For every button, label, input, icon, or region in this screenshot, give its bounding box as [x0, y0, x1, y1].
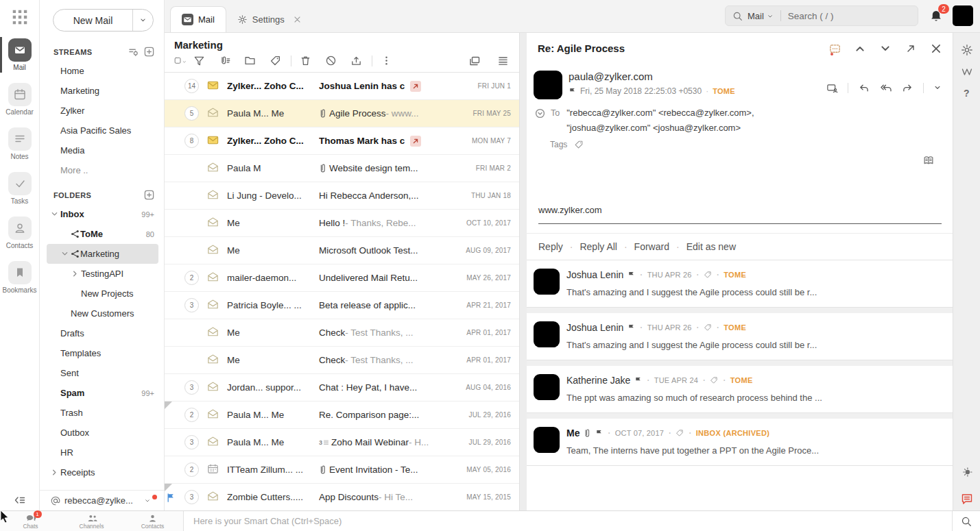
folder-item-receipts[interactable]: Receipts [47, 462, 158, 482]
mail-list-row[interactable]: Paula M Website design tem... FRI MAR 2 [165, 155, 519, 182]
folder-item-hr[interactable]: HR [47, 443, 158, 462]
folder-chevron-icon[interactable] [51, 330, 60, 337]
help-icon[interactable]: ? [964, 88, 976, 100]
new-mail-button[interactable]: New Mail [53, 9, 154, 32]
folder-item-inbox[interactable]: Inbox 99+ [47, 204, 158, 224]
nav-item-mail[interactable]: Mail [0, 38, 39, 71]
folder-item-outbox[interactable]: Outbox [47, 423, 158, 443]
zia-assistant-icon[interactable] [961, 66, 973, 78]
tab-mail[interactable]: Mail [170, 6, 226, 32]
list-density-icon[interactable] [497, 55, 510, 67]
app-launcher-icon[interactable] [11, 8, 29, 26]
mail-list-row[interactable]: Li Jung - Develo... Hi Rebecca Anderson,… [165, 182, 519, 210]
mail-list-row[interactable]: 3 Jordan... suppor... Chat : Hey Pat, I … [165, 374, 519, 402]
action-reply[interactable]: Reply [538, 241, 563, 252]
thread-item[interactable]: Joshua Lenin · THU APR 26 · · TOME That'… [527, 313, 953, 360]
settings-gear-icon[interactable] [961, 44, 973, 56]
mail-list-row[interactable]: 14 Zylker... Zoho C... Joshua Lenin has … [165, 73, 519, 100]
folder-item-tome[interactable]: ToMe 80 [47, 224, 158, 244]
folder-label[interactable]: TOME [713, 87, 735, 95]
folder-chevron-icon[interactable] [61, 310, 71, 317]
stream-item-more[interactable]: More .. [40, 160, 164, 180]
nav-item-tasks[interactable]: Tasks [0, 172, 39, 205]
mail-list-row[interactable]: Me Check - Test Thanks, ... APR 01, 2017 [165, 347, 519, 374]
folder-item-new-projects[interactable]: New Projects [47, 284, 158, 304]
thread-item[interactable]: Joshua Lenin · THU APR 26 · · TOME That'… [527, 260, 953, 308]
folder-chevron-icon[interactable] [71, 291, 81, 297]
search-input[interactable]: Mail Search ( / ) [725, 5, 918, 26]
folder-chevron-icon[interactable] [51, 430, 60, 436]
mail-list-row[interactable]: Me Microsoft Outlook Test... AUG 09, 201… [165, 237, 519, 264]
mail-list-row[interactable]: 2 ITTeam Zillum... ... Event Invitation … [165, 456, 519, 484]
action-forward[interactable]: Forward [617, 241, 669, 252]
collapse-sidebar-icon[interactable] [14, 495, 26, 506]
nav-item-notes[interactable]: Notes [0, 127, 39, 160]
folder-chevron-icon[interactable] [51, 370, 60, 377]
expand-details-icon[interactable] [535, 108, 545, 119]
stream-item-home[interactable]: Home [40, 61, 164, 81]
reply-all-icon[interactable] [879, 83, 892, 93]
chats-button[interactable]: 1 Chats [0, 511, 61, 531]
reading-mode-icon[interactable] [922, 155, 935, 166]
streams-add-icon[interactable] [144, 47, 154, 57]
folder-chevron-icon[interactable] [61, 251, 71, 258]
body-link[interactable]: www.zylker.com [538, 205, 601, 215]
smart-chat-input[interactable] [184, 516, 952, 526]
folder-item-testingapi[interactable]: TestingAPI [47, 264, 158, 284]
move-to-folder-icon[interactable] [244, 55, 256, 67]
folder-item-marketing[interactable]: Marketing [47, 244, 158, 264]
tag-icon[interactable] [270, 55, 282, 67]
delete-icon[interactable] [300, 55, 312, 67]
folder-item-new-customers[interactable]: New Customers [47, 304, 158, 323]
panel-gutter[interactable] [519, 33, 527, 510]
tab-close-icon[interactable] [294, 16, 301, 23]
nav-item-calendar[interactable]: Calendar [0, 83, 39, 116]
mail-list-row[interactable]: 3 Patricia Boyle... ... Beta release of … [165, 292, 519, 319]
filter-icon[interactable] [193, 55, 206, 67]
close-icon[interactable] [931, 43, 942, 54]
account-switcher[interactable]: rebecca@zylke... [40, 490, 164, 510]
folder-chevron-icon[interactable] [71, 271, 81, 277]
feedback-chat-icon[interactable] [961, 493, 973, 505]
action-edit-as-new[interactable]: Edit as new [669, 241, 736, 252]
mail-list-row[interactable]: 2 Paula M... Me Re. Comparison page:... … [165, 402, 519, 429]
next-message-icon[interactable] [880, 43, 891, 54]
contacts-button[interactable]: Contacts [122, 511, 183, 531]
spam-icon[interactable] [325, 55, 337, 67]
folder-item-templates[interactable]: Templates [47, 343, 158, 363]
mail-list-row[interactable]: 8 Zylker... Zoho C... Thomas Mark has c … [165, 127, 519, 155]
mail-list-row[interactable]: Me Hello ! - Thanks, Rebe... OCT 10, 201… [165, 210, 519, 237]
folder-item-spam[interactable]: Spam 99+ [47, 383, 158, 403]
mail-list-row[interactable]: 2 mailer-daemon... Undelivered Mail Retu… [165, 264, 519, 292]
night-mode-icon[interactable] [961, 466, 973, 478]
attachment-filter-icon[interactable] [219, 55, 231, 67]
folder-chevron-icon[interactable] [51, 211, 60, 218]
more-actions-caret-icon[interactable] [933, 84, 942, 91]
folder-item-sent[interactable]: Sent [47, 363, 158, 383]
notifications-bell[interactable]: 2 [929, 9, 943, 23]
folder-item-drafts[interactable]: Drafts [47, 323, 158, 343]
folder-chevron-icon[interactable] [61, 231, 71, 238]
mail-list-row[interactable]: 5 Paula M... Me Agile Process - www... F… [165, 100, 519, 127]
search-scope[interactable]: Mail [748, 11, 764, 21]
previous-message-icon[interactable] [854, 43, 865, 54]
folder-chevron-icon[interactable] [51, 469, 60, 476]
tab-settings[interactable]: Settings [226, 6, 312, 32]
flag-icon[interactable] [569, 87, 576, 95]
folder-chevron-icon[interactable] [51, 410, 60, 417]
action-reply-all[interactable]: Reply All [563, 241, 617, 252]
reply-icon[interactable] [858, 83, 870, 93]
open-new-window-icon[interactable] [905, 43, 916, 54]
thread-item[interactable]: Katherine Jake · TUE APR 24 · · TOME The… [527, 366, 953, 413]
forward-icon[interactable] [902, 83, 913, 93]
mail-list-row[interactable]: Me Check - Test Thanks, ... APR 01, 2017 [165, 319, 519, 347]
user-avatar[interactable] [953, 5, 973, 26]
mail-list-row[interactable]: 3 Paula M... Me 3 Zoho Mail Webinar - H.… [165, 429, 519, 456]
stream-item-media[interactable]: Media [40, 140, 164, 160]
stream-item-asia-pacific-sales[interactable]: Asia Pacific Sales [40, 121, 164, 140]
archive-icon[interactable] [350, 55, 363, 67]
chat-search-button[interactable] [953, 511, 980, 531]
annotation-icon[interactable] [829, 43, 840, 54]
nav-item-bookmarks[interactable]: Bookmarks [0, 261, 39, 294]
conversation-view-icon[interactable] [468, 55, 481, 67]
